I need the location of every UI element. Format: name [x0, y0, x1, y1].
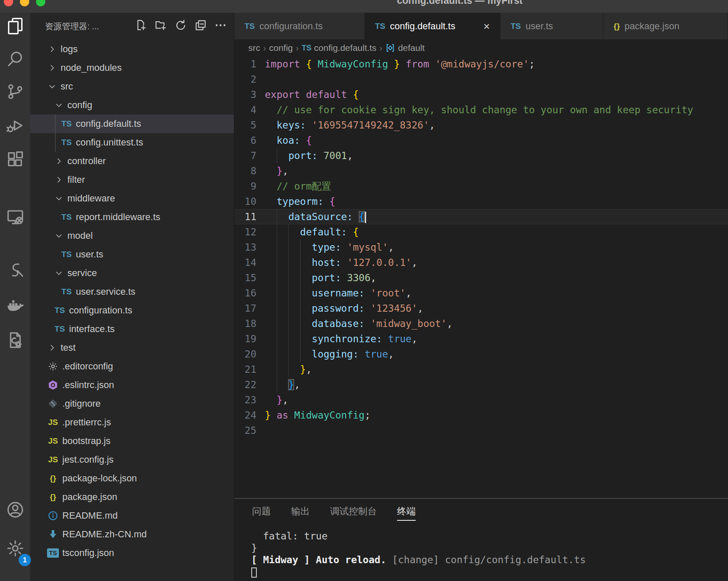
- collapse-folders-icon[interactable]: [194, 19, 207, 34]
- new-folder-icon[interactable]: [154, 19, 167, 34]
- code-line-25[interactable]: 25: [234, 423, 728, 438]
- tree-item-package-json[interactable]: {}package.json: [30, 488, 234, 506]
- tree-item-report-middleware-ts[interactable]: TSreport.middleware.ts: [30, 208, 234, 226]
- breadcrumb[interactable]: src›config›TSconfig.default.ts›default: [234, 39, 728, 56]
- tree-item-model[interactable]: model: [30, 226, 234, 245]
- editor-tab-package-json[interactable]: {}package.json: [603, 13, 728, 39]
- code-line-5[interactable]: 5 keys: '1695547149242_8326',: [234, 117, 728, 133]
- code-line-12[interactable]: 12 default: {: [234, 224, 728, 240]
- tree-item-editorconfig[interactable]: .editorconfig: [30, 357, 234, 376]
- tree-item-filter[interactable]: filter: [30, 170, 234, 189]
- breadcrumb-item-default[interactable]: default: [385, 43, 425, 53]
- new-file-icon[interactable]: [134, 19, 147, 34]
- activity-leetcode-button[interactable]: [0, 256, 30, 287]
- tree-item-node-modules[interactable]: node_modules: [30, 59, 234, 77]
- editor-tab-user-ts[interactable]: TSuser.ts: [500, 13, 603, 39]
- tree-item-logs[interactable]: logs: [30, 40, 234, 59]
- code-line-15[interactable]: 15 port: 3306,: [234, 270, 728, 285]
- tree-item-jest-config-js[interactable]: JSjest.config.js: [30, 450, 234, 469]
- tree-item-configuration-ts[interactable]: TSconfiguration.ts: [30, 301, 234, 320]
- tree-item-user-service-ts[interactable]: TSuser.service.ts: [30, 282, 234, 301]
- code-line-3[interactable]: 3export default {: [234, 87, 728, 102]
- code-line-24[interactable]: 24} as MidwayConfig;: [234, 408, 728, 423]
- tree-item-label: model: [67, 230, 93, 241]
- code-line-20[interactable]: 20 logging: true,: [234, 346, 728, 362]
- tree-item-interface-ts[interactable]: TSinterface.ts: [30, 320, 234, 338]
- activity-accounts-button[interactable]: [0, 495, 30, 526]
- zoom-window-button[interactable]: [36, 0, 45, 6]
- activity-search-button[interactable]: [0, 45, 30, 75]
- tree-item-label: interface.ts: [69, 324, 115, 335]
- panel-tab-输出[interactable]: 输出: [291, 499, 310, 524]
- activity-cmake-tools-button[interactable]: [0, 326, 30, 356]
- tree-item-gitignore[interactable]: .gitignore: [30, 394, 234, 413]
- breadcrumb-item-src[interactable]: src: [248, 43, 260, 53]
- tree-item-config-unittest-ts[interactable]: TSconfig.unittest.ts: [30, 133, 234, 152]
- code-line-18[interactable]: 18 database: 'midway_boot',: [234, 316, 728, 331]
- tree-item-readme-md[interactable]: README.md: [30, 506, 234, 525]
- activity-extensions-button[interactable]: [0, 145, 30, 176]
- panel-tab-问题[interactable]: 问题: [252, 499, 271, 524]
- code-line-9[interactable]: 9 // orm配置: [234, 179, 728, 194]
- tree-item-tsconfig-json[interactable]: TStsconfig.json: [30, 544, 234, 562]
- code-line-21[interactable]: 21 },: [234, 362, 728, 377]
- indent-guide: [300, 331, 300, 346]
- activity-source-control-button[interactable]: [0, 77, 30, 108]
- breadcrumb-separator: ›: [379, 43, 382, 53]
- activity-run-and-debug-button[interactable]: [0, 111, 30, 142]
- minimize-window-button[interactable]: [20, 0, 29, 6]
- breadcrumb-item-config[interactable]: config: [269, 43, 293, 53]
- tree-item-service[interactable]: service: [30, 264, 234, 282]
- editor-group: TSconfiguration.tsTSconfig.default.ts×TS…: [234, 13, 728, 581]
- code-line-16[interactable]: 16 username: 'root',: [234, 285, 728, 301]
- activity-manage-button[interactable]: 1: [0, 534, 30, 564]
- activity-remote-explorer-button[interactable]: [0, 202, 30, 233]
- code-line-6[interactable]: 6 koa: {: [234, 133, 728, 148]
- tree-item-package-lock-json[interactable]: {}package-lock.json: [30, 469, 234, 488]
- tree-item-bootstrap-js[interactable]: JSbootstrap.js: [30, 432, 234, 450]
- tree-item-config-default-ts[interactable]: TSconfig.default.ts: [30, 115, 234, 133]
- code-line-7[interactable]: 7 port: 7001,: [234, 148, 728, 163]
- tree-item-middleware[interactable]: middleware: [30, 189, 234, 208]
- refresh-explorer-icon[interactable]: [174, 19, 187, 34]
- code-line-1[interactable]: 1import { MidwayConfig } from '@midwayjs…: [234, 56, 728, 72]
- editor-tab-config-default-ts[interactable]: TSconfig.default.ts×: [365, 13, 500, 39]
- code-line-14[interactable]: 14 host: '127.0.0.1',: [234, 255, 728, 270]
- code-line-8[interactable]: 8 },: [234, 163, 728, 179]
- code-line-19[interactable]: 19 synchronize: true,: [234, 331, 728, 346]
- tree-item-src[interactable]: src: [30, 77, 234, 96]
- code-editor[interactable]: 1import { MidwayConfig } from '@midwayjs…: [234, 56, 728, 498]
- activity-docker-button[interactable]: [0, 291, 30, 321]
- chevron-down-icon: [53, 268, 65, 278]
- tree-item-user-ts[interactable]: TSuser.ts: [30, 245, 234, 264]
- editor-tab-configuration-ts[interactable]: TSconfiguration.ts: [234, 13, 365, 39]
- line-number: 14: [234, 255, 256, 270]
- tab-label: user.ts: [525, 21, 553, 32]
- tree-item-config[interactable]: config: [30, 96, 234, 115]
- tree-item-controller[interactable]: controller: [30, 152, 234, 170]
- chevron-down-icon: [53, 101, 65, 110]
- breadcrumb-item-config-default-ts[interactable]: TSconfig.default.ts: [302, 43, 376, 53]
- tree-item-label: README.zh-CN.md: [62, 529, 147, 540]
- tree-item-eslintrc-json[interactable]: .eslintrc.json: [30, 376, 234, 394]
- tree-item-prettierrc-js[interactable]: JS.prettierrc.js: [30, 413, 234, 432]
- panel-tab-终端[interactable]: 终端: [397, 499, 416, 524]
- terminal-output[interactable]: fatal: true}[ Midway ] Auto reload. [cha…: [234, 524, 728, 578]
- code-line-17[interactable]: 17 password: '123456',: [234, 301, 728, 316]
- tree-item-test[interactable]: test: [30, 338, 234, 357]
- close-window-button[interactable]: [4, 0, 13, 6]
- code-line-2[interactable]: 2: [234, 72, 728, 87]
- tree-item-label: .gitignore: [62, 398, 101, 409]
- code-line-13[interactable]: 13 type: 'mysql',: [234, 240, 728, 255]
- code-line-4[interactable]: 4 // use for cookie sign key, should cha…: [234, 102, 728, 117]
- code-line-11[interactable]: 11 dataSource: {: [234, 209, 728, 224]
- activity-explorer-button[interactable]: [0, 11, 30, 42]
- panel-tab-调试控制台[interactable]: 调试控制台: [330, 499, 377, 524]
- indent-guide: [300, 316, 300, 331]
- code-line-10[interactable]: 10 typeorm: {: [234, 194, 728, 209]
- code-line-22[interactable]: 22 },: [234, 377, 728, 392]
- close-tab-icon[interactable]: ×: [483, 21, 490, 32]
- tree-item-readme-zh-cn-md[interactable]: README.zh-CN.md: [30, 525, 234, 544]
- views-and-more-actions-icon[interactable]: [214, 19, 227, 34]
- code-line-23[interactable]: 23 },: [234, 392, 728, 408]
